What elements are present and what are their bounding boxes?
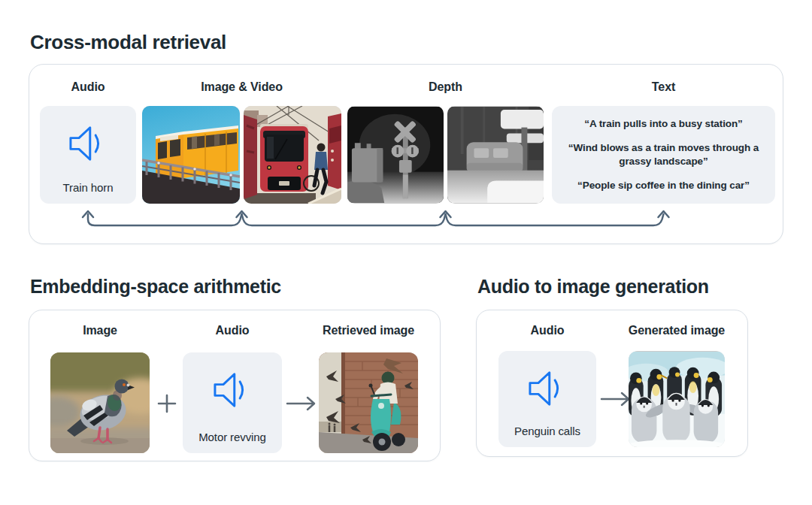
red-train-station-photo — [244, 106, 341, 204]
column-header-generated-image: Generated image — [624, 324, 729, 337]
text-quote-2: “Wind blows as a train moves through a g… — [559, 141, 768, 168]
speaker-icon — [526, 370, 568, 407]
text-quote-1: “A train pulls into a busy station” — [559, 117, 768, 131]
text-quote-3: “People sip coffee in the dining car” — [559, 179, 768, 192]
speaker-icon — [67, 125, 109, 162]
audio-card-label: Motor revving — [198, 431, 266, 443]
yellow-elevated-train-photo — [142, 106, 240, 204]
column-header-depth: Depth — [347, 80, 544, 94]
audio-card-label: Penguin calls — [514, 425, 580, 437]
column-header-retrieved-image: Retrieved image — [296, 324, 441, 337]
imagebind-capabilities-figure: Cross-modal retrieval Audio Image & Vide… — [0, 0, 812, 505]
audio-to-image-panel: Audio Generated image Penguin calls — [476, 310, 748, 457]
arrow-right-icon — [285, 395, 318, 413]
embedding-arithmetic-panel: Image Audio Retrieved image — [29, 310, 441, 461]
section-title-embedding-space-arithmetic: Embedding-space arithmetic — [30, 276, 281, 298]
text-descriptions-card: “A train pulls into a busy station” “Win… — [552, 106, 775, 204]
audio-card-label: Train horn — [63, 181, 114, 194]
section-title-cross-modal-retrieval: Cross-modal retrieval — [30, 32, 226, 54]
section-title-audio-to-image-generation: Audio to image generation — [477, 276, 709, 298]
emperor-penguins-photo — [629, 351, 725, 447]
column-header-text: Text — [552, 80, 775, 94]
plus-icon — [157, 394, 177, 413]
speaker-icon — [211, 372, 253, 408]
scooter-with-pigeons-photo — [319, 352, 418, 453]
cross-modal-panel: Audio Image & Video Depth Text Train hor… — [29, 64, 783, 244]
arrow-right-icon — [599, 390, 632, 408]
column-header-audio: Audio — [40, 80, 136, 94]
audio-sample-card-train-horn: Train horn — [40, 106, 136, 204]
audio-sample-card-motor-revving: Motor revving — [183, 352, 282, 453]
column-header-image: Image — [50, 324, 150, 337]
audio-sample-card-penguin-calls: Penguin calls — [498, 351, 596, 447]
cross-modal-links-arrow — [29, 209, 784, 234]
column-header-image-video: Image & Video — [142, 80, 341, 94]
railroad-crossing-depth-map — [347, 106, 444, 204]
train-depth-map — [447, 106, 544, 204]
column-header-audio: Audio — [183, 324, 282, 337]
column-header-audio: Audio — [498, 324, 596, 337]
pigeon-photo — [50, 352, 150, 453]
